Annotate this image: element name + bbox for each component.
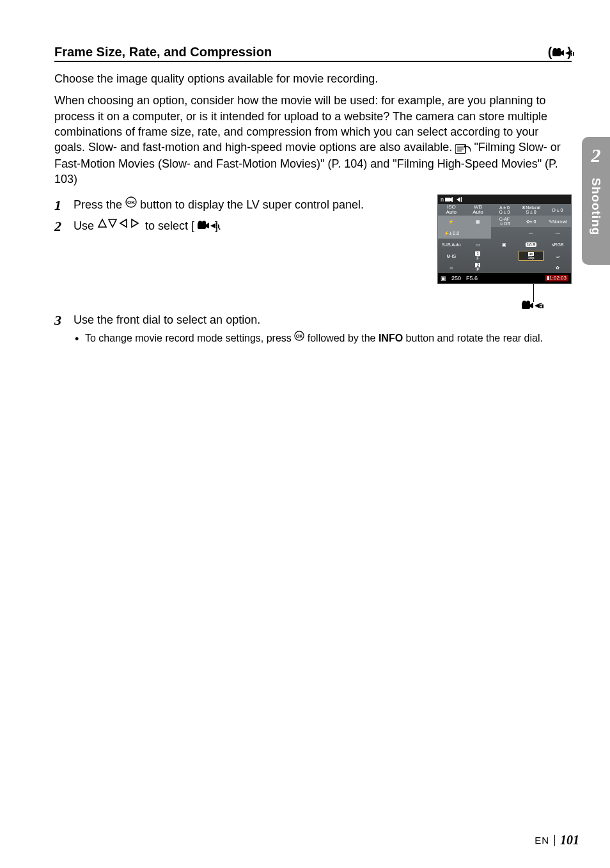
section-heading-row: Frame Size, Rate, and Compression ( ) bbox=[54, 45, 572, 62]
svg-rect-40 bbox=[540, 307, 542, 308]
svg-marker-23 bbox=[206, 223, 209, 228]
step-3-bullet-a: To change movie record mode settings, pr… bbox=[85, 333, 294, 343]
panel-cell-sis: S-IS Auto bbox=[438, 239, 465, 250]
panel-cell-aspect: 16:9 bbox=[518, 239, 545, 250]
svg-marker-4 bbox=[565, 51, 570, 56]
step-1-body: Press the OK button to display the LV su… bbox=[74, 197, 425, 213]
section-heading-symbol: ( ) bbox=[548, 45, 572, 59]
panel-cell-colorspace: sRGB bbox=[544, 239, 571, 250]
svg-marker-36 bbox=[530, 303, 533, 308]
panel-cell-slot2: 2 F bbox=[465, 262, 492, 273]
step-number: 1 bbox=[54, 197, 74, 214]
bullet-icon: • bbox=[75, 331, 85, 347]
panel-cell-picture-mode: ✻NaturalS ± 0 bbox=[518, 204, 545, 216]
svg-rect-39 bbox=[540, 305, 542, 306]
step-3-body: Use the front dial to select an option. … bbox=[74, 312, 572, 347]
panel-cell-ag: A ± 0G ± 0 bbox=[491, 204, 518, 216]
svg-marker-16 bbox=[98, 219, 106, 227]
panel-cell-empty bbox=[491, 227, 518, 239]
panel-top-bar: n bbox=[438, 195, 571, 204]
panel-top-label: n bbox=[441, 196, 444, 203]
panel-cell-face: ☺ bbox=[438, 262, 465, 273]
panel-cell-af-target: ▦ bbox=[465, 216, 492, 227]
svg-rect-32 bbox=[461, 197, 462, 202]
svg-point-35 bbox=[526, 301, 530, 304]
movie-quality-icon bbox=[198, 221, 210, 230]
step-2-text-b: to select [ bbox=[145, 219, 194, 232]
panel-cell-flash: ⚡ bbox=[438, 216, 465, 227]
panel-cell-dash1: — bbox=[518, 227, 545, 239]
paren-open: ( bbox=[548, 45, 552, 59]
svg-text:OK: OK bbox=[127, 200, 135, 205]
page-footer: EN 101 bbox=[535, 833, 579, 848]
see-also-icon bbox=[455, 140, 471, 155]
panel-cell-dash2: — bbox=[544, 227, 571, 239]
svg-rect-25 bbox=[216, 223, 217, 225]
step-1-text-b: button to display the LV super control p… bbox=[140, 198, 364, 211]
footer-language: EN bbox=[535, 835, 549, 846]
panel-rec-time: ▮1:02:03 bbox=[545, 275, 568, 281]
step-1-text-a: Press the bbox=[74, 198, 125, 211]
panel-cell-gear: ✿ bbox=[544, 262, 571, 273]
svg-rect-6 bbox=[571, 52, 572, 54]
camera-panel: n ISOAuto WBAuto A ± 0G ± 0 ✻NaturalS ± … bbox=[437, 194, 572, 284]
panel-cell-flash-comp: ⚡± 0.0 bbox=[438, 227, 465, 239]
step-2-body: Use to select [ bbox=[74, 218, 425, 234]
panel-callout-label bbox=[522, 301, 544, 312]
svg-marker-18 bbox=[120, 219, 127, 227]
svg-point-21 bbox=[198, 221, 202, 225]
svg-point-34 bbox=[522, 301, 526, 304]
step-number: 2 bbox=[54, 218, 74, 235]
footer-page-number: 101 bbox=[560, 833, 579, 848]
panel-cell-empty bbox=[491, 250, 518, 262]
svg-rect-8 bbox=[573, 52, 574, 56]
svg-point-2 bbox=[557, 48, 561, 52]
panel-cell-keystone: ▱ bbox=[544, 250, 571, 262]
step-2-text-a: Use bbox=[74, 219, 97, 232]
step-2: 2 Use to select [ bbox=[54, 218, 425, 235]
svg-rect-41 bbox=[542, 304, 544, 308]
panel-cell-wb: WBAuto bbox=[465, 204, 492, 216]
panel-cell-empty bbox=[491, 262, 518, 273]
panel-cell-movie-quality: 4K 30p bbox=[518, 250, 545, 262]
svg-marker-24 bbox=[210, 223, 215, 228]
ok-button-icon: OK bbox=[125, 196, 137, 212]
intro-paragraph: Choose the image quality options availab… bbox=[54, 71, 572, 86]
panel-cell-mis: M-IS bbox=[438, 250, 465, 262]
svg-marker-17 bbox=[109, 219, 116, 227]
arrow-pad-icon bbox=[97, 218, 142, 233]
svg-marker-37 bbox=[535, 303, 540, 308]
footer-separator bbox=[554, 835, 555, 846]
step-3-bullet-b: followed by the bbox=[308, 333, 379, 343]
chapter-label: Shooting bbox=[589, 178, 603, 235]
movie-quality-icon bbox=[552, 48, 565, 57]
lv-super-control-panel-figure: n ISOAuto WBAuto A ± 0G ± 0 ✻NaturalS ± … bbox=[437, 194, 572, 310]
step-1: 1 Press the OK button to display the LV … bbox=[54, 197, 425, 214]
panel-cell-empty bbox=[518, 262, 545, 273]
step-3: 3 Use the front dial to select an option… bbox=[54, 312, 572, 347]
chapter-side-tab: 2 Shooting bbox=[582, 137, 610, 265]
svg-rect-28 bbox=[218, 225, 219, 228]
step-number: 3 bbox=[54, 312, 74, 329]
panel-cell-af-mode: C-AF☺Off bbox=[491, 216, 518, 227]
panel-cell-metering: ▣ bbox=[491, 239, 518, 250]
panel-cell-empty bbox=[465, 227, 492, 239]
svg-rect-29 bbox=[445, 198, 450, 201]
panel-bottom-bar: ▣ 250 F5.6 ▮1:02:03 bbox=[438, 273, 571, 283]
info-button-label: INFO bbox=[379, 333, 403, 343]
step-3-bullet: To change movie record mode settings, pr… bbox=[85, 331, 543, 347]
svg-rect-5 bbox=[571, 51, 572, 52]
step-3-bullet-c: button and rotate the rear dial. bbox=[406, 333, 543, 343]
svg-rect-27 bbox=[216, 227, 217, 228]
svg-marker-31 bbox=[457, 197, 460, 202]
svg-rect-7 bbox=[571, 54, 572, 56]
svg-marker-3 bbox=[561, 50, 564, 56]
panel-cell-gradation: ✎Normal bbox=[544, 216, 571, 227]
svg-marker-30 bbox=[450, 197, 453, 202]
ok-button-icon: OK bbox=[294, 331, 304, 345]
explanation-paragraph: When choosing an option, consider how th… bbox=[54, 93, 572, 187]
panel-cell-slot1: 1 F bbox=[465, 250, 492, 262]
panel-callout bbox=[437, 284, 572, 310]
chapter-number: 2 bbox=[591, 145, 601, 166]
svg-marker-19 bbox=[132, 219, 138, 227]
